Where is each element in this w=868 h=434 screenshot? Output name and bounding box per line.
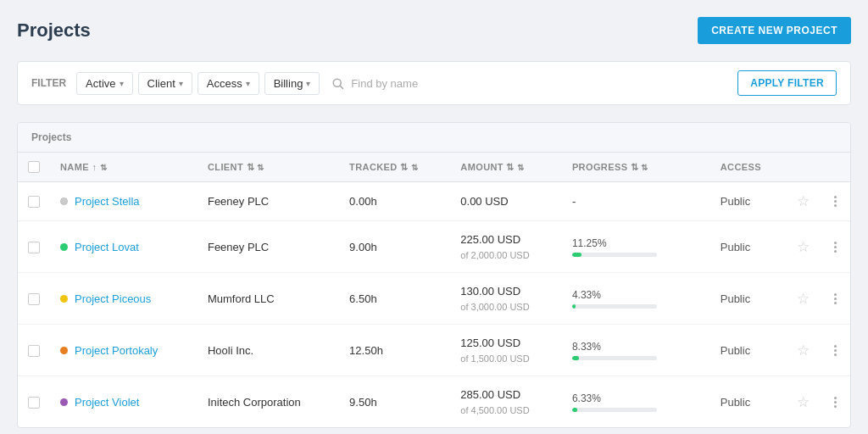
row-access-cell: Public (710, 273, 787, 325)
project-name-link-lovat[interactable]: Project Lovat (75, 241, 139, 253)
row-progress-cell: 6.33% (562, 376, 710, 428)
status-dot-stella (60, 198, 68, 205)
row-checkbox-violet[interactable] (28, 397, 40, 409)
row-star-cell: ☆ (787, 376, 820, 428)
row-more-cell (820, 376, 850, 428)
page-header: Projects CREATE NEW PROJECT (17, 17, 851, 44)
progress-pct: 4.33% (572, 289, 700, 301)
amount-sub: of 2,000.00 USD (460, 248, 552, 263)
row-more-cell (820, 273, 850, 325)
col-header-tracked[interactable]: TRACKED ⇅ (339, 153, 450, 182)
filter-client-label: Client (147, 77, 175, 90)
row-amount-cell: 125.00 USD of 1,500.00 USD (450, 325, 562, 376)
progress-bar-fill (572, 253, 581, 257)
row-access-cell: Public (710, 221, 787, 273)
header-checkbox-cell (18, 153, 50, 182)
amount-main: 225.00 USD (460, 231, 552, 248)
filter-access-label: Access (207, 77, 242, 90)
row-access-cell: Public (710, 325, 787, 376)
table-section-label: Projects (18, 123, 850, 153)
row-name-cell: Project Piceous (50, 273, 198, 325)
col-header-name[interactable]: NAME ↑ (50, 153, 198, 182)
row-checkbox-stella[interactable] (28, 196, 40, 208)
amount-main: 285.00 USD (460, 387, 552, 403)
amount-main: 0.00 USD (460, 193, 552, 210)
search-input[interactable] (351, 77, 726, 90)
progress-bar-bg (572, 408, 657, 412)
row-amount-cell: 285.00 USD of 4,500.00 USD (450, 376, 562, 428)
amount-sub: of 4,500.00 USD (460, 403, 552, 418)
progress-dash: - (572, 195, 576, 208)
col-header-amount[interactable]: AMOUNT ⇅ (450, 153, 562, 182)
row-tracked-cell: 0.00h (339, 182, 450, 221)
status-dot-lovat (60, 243, 68, 251)
amount-main: 125.00 USD (460, 335, 552, 352)
table-row: Project Piceous Mumford LLC 6.50h 130.00… (18, 273, 850, 325)
create-project-button[interactable]: CREATE NEW PROJECT (698, 17, 851, 44)
apply-filter-button[interactable]: APPLY FILTER (737, 70, 837, 96)
amount-main: 130.00 USD (460, 283, 552, 300)
row-amount-cell: 130.00 USD of 3,000.00 USD (450, 273, 562, 325)
col-header-progress[interactable]: PROGRESS ⇅ (562, 153, 710, 182)
chevron-down-icon: ▾ (306, 79, 310, 88)
project-name-link-piceous[interactable]: Project Piceous (75, 292, 151, 305)
status-dot-piceous (60, 295, 68, 303)
row-client-cell: Hooli Inc. (198, 325, 339, 376)
row-checkbox-lovat[interactable] (28, 242, 40, 253)
project-name-link-stella[interactable]: Project Stella (75, 195, 140, 208)
table-row: Project Violet Initech Corporation 9.50h… (18, 376, 850, 428)
filter-bar: FILTER Active ▾ Client ▾ Access ▾ Billin… (17, 61, 851, 105)
star-icon-portokaly[interactable]: ☆ (797, 342, 810, 359)
row-checkbox-piceous[interactable] (28, 293, 40, 305)
progress-pct: 6.33% (572, 392, 700, 404)
more-options-icon-stella[interactable] (830, 196, 840, 207)
project-name-link-portokaly[interactable]: Project Portokaly (75, 344, 158, 357)
filter-billing-dropdown[interactable]: Billing ▾ (264, 72, 320, 95)
more-options-icon-violet[interactable] (830, 397, 840, 408)
row-more-cell (820, 325, 850, 376)
filter-client-dropdown[interactable]: Client ▾ (138, 72, 192, 95)
projects-table: NAME ↑ CLIENT ⇅ TRACKED ⇅ AMOUNT ⇅ PROGR… (18, 153, 850, 427)
row-star-cell: ☆ (787, 325, 820, 376)
row-checkbox-portokaly[interactable] (28, 345, 40, 357)
more-options-icon-piceous[interactable] (830, 293, 840, 304)
filter-active-dropdown[interactable]: Active ▾ (76, 72, 132, 95)
star-icon-piceous[interactable]: ☆ (797, 291, 810, 307)
row-tracked-cell: 6.50h (339, 273, 450, 325)
chevron-down-icon: ▾ (246, 79, 250, 88)
progress-bar-fill (572, 304, 576, 309)
search-icon (331, 77, 344, 90)
col-header-client[interactable]: CLIENT ⇅ (198, 153, 339, 182)
star-icon-stella[interactable]: ☆ (797, 193, 810, 209)
projects-table-card: Projects NAME ↑ CLIENT ⇅ TRACKED ⇅ AMOUN… (17, 122, 851, 428)
row-amount-cell: 0.00 USD (450, 182, 562, 221)
filter-billing-label: Billing (274, 77, 303, 90)
amount-sub: of 1,500.00 USD (460, 352, 552, 366)
table-header-row: NAME ↑ CLIENT ⇅ TRACKED ⇅ AMOUNT ⇅ PROGR… (18, 153, 850, 182)
progress-bar-bg (572, 356, 657, 360)
star-icon-violet[interactable]: ☆ (797, 394, 810, 410)
row-name-cell: Project Stella (50, 182, 198, 221)
more-options-icon-portokaly[interactable] (830, 345, 840, 356)
row-checkbox-cell (18, 376, 50, 428)
filter-access-dropdown[interactable]: Access ▾ (198, 72, 259, 95)
row-client-cell: Feeney PLC (198, 221, 339, 273)
row-amount-cell: 225.00 USD of 2,000.00 USD (450, 221, 562, 273)
select-all-checkbox[interactable] (28, 161, 40, 173)
search-area (331, 77, 726, 90)
table-row: Project Stella Feeney PLC 0.00h 0.00 USD… (18, 182, 850, 221)
row-progress-cell: 8.33% (562, 325, 710, 376)
row-checkbox-cell (18, 221, 50, 273)
row-progress-cell: 4.33% (562, 273, 710, 325)
col-header-actions2 (820, 153, 850, 182)
progress-bar-fill (572, 356, 579, 360)
row-progress-cell: 11.25% (562, 221, 710, 273)
star-icon-lovat[interactable]: ☆ (797, 239, 810, 255)
project-name-link-violet[interactable]: Project Violet (75, 396, 139, 409)
progress-bar-bg (572, 304, 657, 309)
row-star-cell: ☆ (787, 221, 820, 273)
chevron-down-icon: ▾ (120, 79, 124, 88)
col-header-actions1 (787, 153, 820, 182)
more-options-icon-lovat[interactable] (830, 242, 840, 253)
row-star-cell: ☆ (787, 273, 820, 325)
